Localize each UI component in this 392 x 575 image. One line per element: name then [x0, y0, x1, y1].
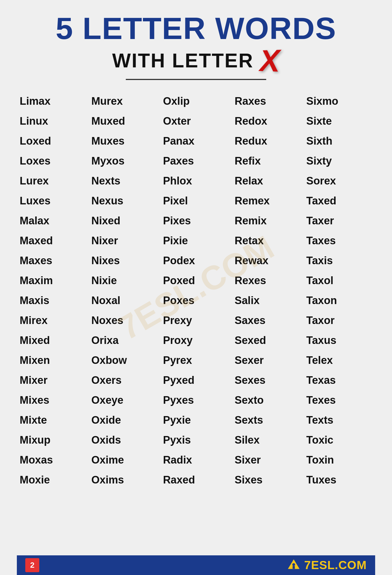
word-cell: Pyxed — [160, 370, 232, 390]
word-cell: Lurex — [17, 171, 88, 191]
word-cell: Maxim — [17, 271, 88, 291]
word-cell: Nixed — [88, 211, 160, 231]
word-cell: Prexy — [160, 311, 232, 330]
word-cell: Mixte — [17, 410, 88, 430]
word-cell: Murex — [88, 91, 160, 111]
subtitle-row: WITH LETTER X — [17, 45, 375, 76]
title-section: 5 LETTER WORDS WITH LETTER X — [17, 11, 375, 88]
word-cell: Sixte — [304, 111, 375, 131]
word-cell: Oxter — [160, 111, 232, 131]
word-cell: Mixes — [17, 390, 88, 410]
word-cell: Texas — [304, 370, 375, 390]
word-cell: Orixa — [88, 330, 160, 350]
word-cell: Taxus — [304, 330, 375, 350]
word-cell: Maxed — [17, 231, 88, 251]
word-cell: Mixen — [17, 350, 88, 370]
word-cell: Nexts — [88, 171, 160, 191]
word-cell: Mirex — [17, 311, 88, 330]
word-cell: Oxims — [88, 470, 160, 490]
word-cell: Noxal — [88, 291, 160, 311]
word-cell: Moxas — [17, 450, 88, 470]
word-cell: Pyrex — [160, 350, 232, 370]
word-cell: Rexes — [232, 271, 304, 291]
word-cell: Mixed — [17, 330, 88, 350]
word-cell: Taxed — [304, 191, 375, 211]
word-cell: Sexes — [232, 370, 304, 390]
word-cell: Poxed — [160, 271, 232, 291]
word-cell: Oxime — [88, 450, 160, 470]
word-cell: Mixer — [17, 370, 88, 390]
word-cell: Pyxie — [160, 410, 232, 430]
word-cell: Limax — [17, 91, 88, 111]
main-title: 5 LETTER WORDS — [17, 11, 375, 45]
word-cell: Radix — [160, 450, 232, 470]
word-cell: Refix — [232, 151, 304, 171]
word-cell: Raxes — [232, 91, 304, 111]
word-cell: Telex — [304, 350, 375, 370]
word-cell: Moxie — [17, 470, 88, 490]
word-cell: Toxin — [304, 450, 375, 470]
page-container: 5 LETTER WORDS WITH LETTER X LimaxMurexO… — [0, 0, 392, 575]
word-cell: Raxed — [160, 470, 232, 490]
word-cell: Texes — [304, 390, 375, 410]
subtitle-text: WITH LETTER — [112, 49, 254, 72]
word-cell: Pixie — [160, 231, 232, 251]
word-cell: Loxes — [17, 151, 88, 171]
word-cell: Muxed — [88, 111, 160, 131]
svg-rect-1 — [293, 566, 295, 569]
letter-x: X — [260, 45, 280, 77]
word-cell: Remix — [232, 211, 304, 231]
word-cell: Redox — [232, 111, 304, 131]
word-cell: Poxes — [160, 291, 232, 311]
word-cell: Taxol — [304, 271, 375, 291]
word-cell: Taxer — [304, 211, 375, 231]
word-cell: Redux — [232, 131, 304, 151]
word-cell: Sexer — [232, 350, 304, 370]
word-cell: Muxes — [88, 131, 160, 151]
word-cell: Retax — [232, 231, 304, 251]
word-cell: Noxes — [88, 311, 160, 330]
word-cell: Panax — [160, 131, 232, 151]
word-cell: Relax — [232, 171, 304, 191]
word-cell: Malax — [17, 211, 88, 231]
word-cell: Texts — [304, 410, 375, 430]
word-cell: Taxor — [304, 311, 375, 330]
word-cell: Oxers — [88, 370, 160, 390]
word-cell: Silex — [232, 430, 304, 450]
word-cell: Oxids — [88, 430, 160, 450]
logo-text: 7ESL.COM — [304, 558, 367, 572]
logo-area: 7ESL.COM — [287, 558, 367, 572]
word-cell: Paxes — [160, 151, 232, 171]
word-cell: Sixes — [232, 470, 304, 490]
svg-point-2 — [292, 563, 295, 566]
word-cell: Maxes — [17, 251, 88, 271]
word-cell: Tuxes — [304, 470, 375, 490]
word-cell: Salix — [232, 291, 304, 311]
page-number: 2 — [25, 558, 39, 572]
word-cell: Podex — [160, 251, 232, 271]
word-cell: Phlox — [160, 171, 232, 191]
word-cell: Toxic — [304, 430, 375, 450]
word-cell: Sixmo — [304, 91, 375, 111]
word-cell: Nixes — [88, 251, 160, 271]
word-cell: Pyxis — [160, 430, 232, 450]
word-cell: Linux — [17, 111, 88, 131]
word-cell: Maxis — [17, 291, 88, 311]
word-cell: Taxon — [304, 291, 375, 311]
word-cell: Nexus — [88, 191, 160, 211]
word-cell: Sixty — [304, 151, 375, 171]
word-cell: Sixer — [232, 450, 304, 470]
word-cell: Saxes — [232, 311, 304, 330]
word-cell: Remex — [232, 191, 304, 211]
word-cell: Pixel — [160, 191, 232, 211]
logo-icon — [287, 558, 301, 572]
word-cell: Pixes — [160, 211, 232, 231]
word-cell: Nixer — [88, 231, 160, 251]
words-grid: LimaxMurexOxlipRaxesSixmoLinuxMuxedOxter… — [17, 91, 375, 490]
word-cell: Sexts — [232, 410, 304, 430]
word-cell: Sorex — [304, 171, 375, 191]
word-cell: Luxes — [17, 191, 88, 211]
word-cell: Oxeye — [88, 390, 160, 410]
word-cell: Myxos — [88, 151, 160, 171]
word-cell: Nixie — [88, 271, 160, 291]
